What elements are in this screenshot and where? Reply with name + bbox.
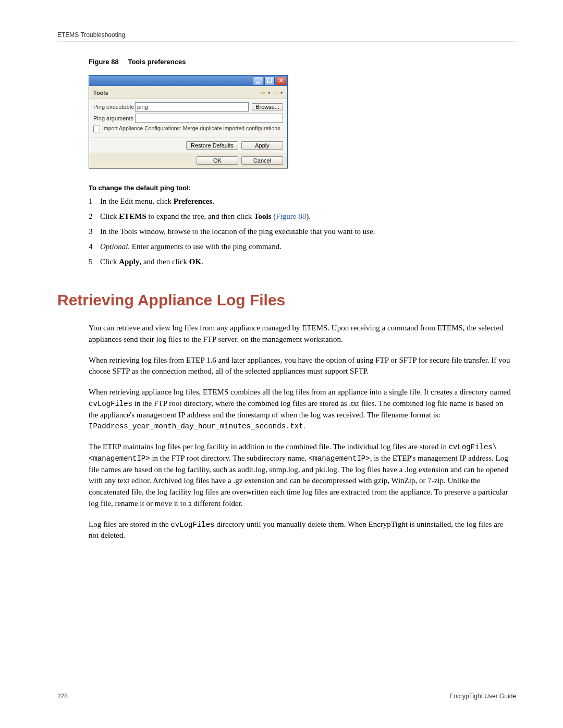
code-filename-format: IPaddress_year_month_day_hour_minutes_se… <box>89 422 303 430</box>
paragraph-2: When retrieving log files from ETEP 1.6 … <box>89 355 511 378</box>
restore-defaults-button[interactable]: Restore Defaults <box>186 141 238 150</box>
step-3: 3 In the Tools window, browse to the loc… <box>89 226 511 237</box>
section-title: Retrieving Appliance Log Files <box>57 291 516 309</box>
close-button[interactable] <box>276 77 286 85</box>
instructions-heading: To change the default ping tool: <box>89 184 511 192</box>
figure-title: Tools preferences <box>128 58 186 66</box>
merge-config-checkbox[interactable] <box>93 126 100 132</box>
step-2: 2 Click ETEMS to expand the tree, and th… <box>89 211 511 222</box>
forward-menu-icon[interactable] <box>280 89 283 96</box>
dialog-header: Tools <box>89 86 287 98</box>
page-header: ETEMS Troubleshooting <box>57 31 516 42</box>
step-1: 1 In the Edit menu, click Preferences. <box>89 196 511 207</box>
code-managementip: <managementIP> <box>309 454 370 463</box>
ping-args-label: Ping arguments <box>93 115 135 121</box>
step-4: 4 Optional. Enter arguments to use with … <box>89 241 511 252</box>
paragraph-1: You can retrieve and view log files from… <box>89 323 511 346</box>
ping-exec-input[interactable] <box>135 102 249 112</box>
browse-button[interactable]: Browse... <box>252 103 283 110</box>
figure-ref-link[interactable]: Figure 88 <box>276 212 306 220</box>
back-icon[interactable] <box>260 89 265 96</box>
code-cvlogfiles-2: cvLogFiles <box>170 521 214 529</box>
instruction-list: 1 In the Edit menu, click Preferences. 2… <box>89 196 511 267</box>
ok-button[interactable]: OK <box>197 156 238 165</box>
titlebar <box>89 76 287 86</box>
doc-title: EncrypTight User Guide <box>449 693 516 700</box>
maximize-button[interactable] <box>264 77 275 85</box>
ping-args-input[interactable] <box>135 114 283 123</box>
back-menu-icon[interactable] <box>267 89 271 96</box>
paragraph-3: When retrieving appliance log files, ETE… <box>89 387 511 432</box>
forward-icon[interactable] <box>273 89 278 96</box>
page-number: 228 <box>57 693 68 700</box>
paragraph-4: The ETEP maintains log files per log fac… <box>89 441 511 510</box>
dialog-body: Ping executable Browse... Ping arguments… <box>89 98 287 138</box>
page-footer: 228 EncrypTight User Guide <box>57 693 516 700</box>
header-section: ETEMS Troubleshooting <box>57 31 125 39</box>
tools-dialog: Tools Ping executable Browse... Ping arg… <box>89 75 288 168</box>
nav-icons <box>260 89 283 96</box>
dialog-title: Tools <box>93 90 108 96</box>
figure-number: Figure 88 <box>89 58 119 66</box>
code-cvlogfiles: cvLogFiles <box>89 400 132 408</box>
apply-button[interactable]: Apply <box>241 141 283 150</box>
cancel-button[interactable]: Cancel <box>241 156 283 165</box>
minimize-button[interactable] <box>253 77 263 85</box>
merge-config-label: Import Appliance Configurations: Merge d… <box>102 125 280 131</box>
paragraph-5: Log files are stored in the cvLogFiles d… <box>89 519 511 542</box>
step-5: 5 Click Apply, and then click OK. <box>89 256 511 267</box>
ping-exec-label: Ping executable <box>93 104 135 110</box>
figure-caption: Figure 88 Tools preferences <box>89 58 516 66</box>
